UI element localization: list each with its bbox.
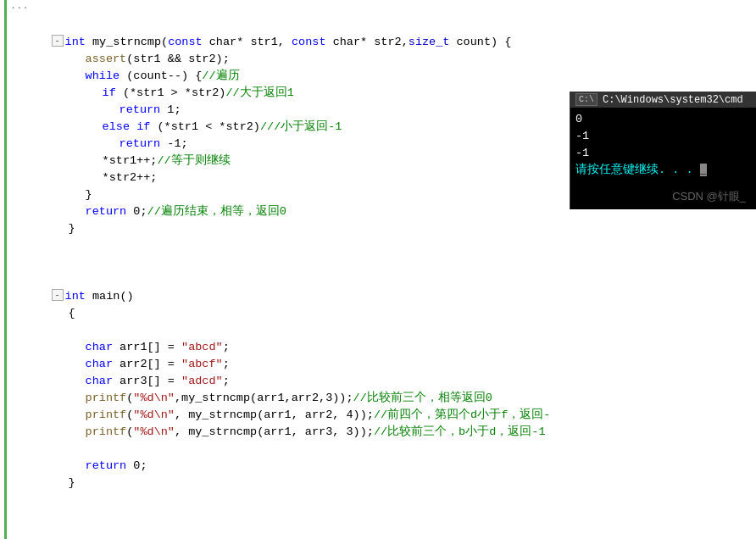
code-line-empty2 — [10, 237, 753, 254]
terminal-output-2: -1 — [575, 145, 751, 162]
code-line-empty4 — [10, 305, 753, 322]
terminal-icon: C:\ — [575, 93, 598, 106]
editor-container: ··· -int my_strncmp(const char* str1, co… — [0, 0, 756, 539]
terminal-output-1: -1 — [575, 128, 751, 145]
terminal-prompt: 请按任意键继续. . . _ — [575, 162, 751, 179]
code-line-arr1: char arr1[] = "abcd"; — [10, 322, 753, 339]
terminal-title-bar: C:\ C:\Windows\system32\cmd — [570, 92, 756, 108]
code-line-empty3 — [10, 254, 753, 271]
terminal-output-0: 0 — [575, 111, 751, 128]
code-line-empty1 — [10, 220, 753, 237]
terminal-window: C:\ C:\Windows\system32\cmd 0 -1 -1 请按任意… — [570, 92, 756, 209]
watermark: CSDN @针眼_ — [669, 189, 749, 204]
left-border — [0, 0, 7, 539]
scroll-hint: ··· — [10, 0, 753, 17]
code-line-return0-main: return 0; — [10, 441, 753, 458]
code-area[interactable]: ··· -int my_strncmp(const char* str1, co… — [7, 0, 756, 539]
collapse-main-icon[interactable]: - — [52, 289, 64, 301]
code-line-func-def: -int my_strncmp(const char* str1, const … — [10, 17, 753, 34]
code-line-main-def: -int main() — [10, 271, 753, 288]
terminal-title-text: C:\Windows\system32\cmd — [603, 94, 743, 106]
collapse-icon[interactable]: - — [52, 35, 64, 47]
